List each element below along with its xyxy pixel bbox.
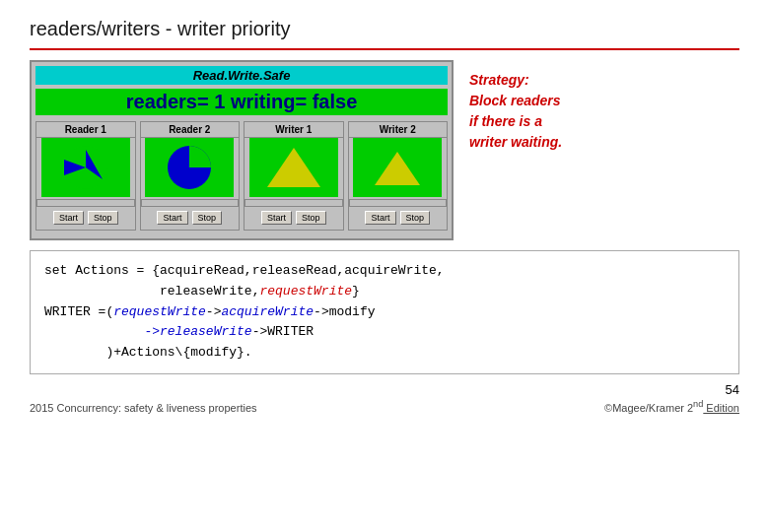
header-divider <box>30 48 739 50</box>
reader1-stop-button[interactable]: Stop <box>88 211 118 225</box>
bottom-row: 2015 Concurrency: safety & liveness prop… <box>30 382 739 414</box>
svg-marker-4 <box>267 148 320 187</box>
writer2-stop-button[interactable]: Stop <box>400 211 431 225</box>
code-line-1: set Actions = {acquireRead,releaseRead,a… <box>44 261 725 282</box>
content-area: Read.Write.Safe readers= 1 writing= fals… <box>30 60 739 240</box>
writer2-canvas <box>353 138 442 197</box>
code-box: set Actions = {acquireRead,releaseRead,a… <box>30 250 739 374</box>
footer-left: 2015 Concurrency: safety & liveness prop… <box>30 402 257 414</box>
writer1-visual <box>259 142 328 193</box>
code-line-5: )+Actions\{modify}. <box>44 343 725 364</box>
strategy-title: Strategy: <box>469 72 529 88</box>
reader2-label: Reader 2 <box>141 122 240 138</box>
writer1-label: Writer 1 <box>245 122 343 138</box>
writer1-stop-button[interactable]: Stop <box>296 211 326 225</box>
writer1-canvas <box>249 138 338 197</box>
code-line-4: ->releaseWrite->WRITER <box>44 322 725 343</box>
reader2-stop-button[interactable]: Stop <box>192 211 223 225</box>
strategy-box: Strategy: Block readersif there is awrit… <box>469 60 739 240</box>
writer1-scrollbar[interactable] <box>245 199 343 207</box>
writer2-label: Writer 2 <box>349 122 448 138</box>
writer2-scrollbar[interactable] <box>349 199 448 207</box>
reader2-start-button[interactable]: Start <box>157 211 187 225</box>
strategy-text: Strategy: Block readersif there is awrit… <box>469 70 562 153</box>
reader2-unit: Reader 2 Start Stop <box>140 121 241 231</box>
sim-header-label: Read.Write.Safe <box>35 66 448 85</box>
reader2-canvas <box>145 138 234 197</box>
svg-marker-5 <box>375 152 420 185</box>
reader1-unit: Reader 1 Start Stop <box>35 121 136 231</box>
reader1-label: Reader 1 <box>36 122 135 138</box>
writer2-buttons: Start Stop <box>349 211 448 228</box>
page-container: readers/writers - writer priority Read.W… <box>0 0 769 532</box>
page-number: 54 <box>604 382 739 397</box>
reader1-scrollbar[interactable] <box>36 199 135 207</box>
reader2-buttons: Start Stop <box>141 211 240 228</box>
writer1-start-button[interactable]: Start <box>261 211 292 225</box>
writer2-start-button[interactable]: Start <box>365 211 395 225</box>
sim-status-label: readers= 1 writing= false <box>35 89 448 115</box>
writer1-unit: Writer 1 Start Stop <box>244 121 344 231</box>
writer2-unit: Writer 2 Start Stop <box>348 121 449 231</box>
reader1-buttons: Start Stop <box>36 211 135 228</box>
writer1-buttons: Start Stop <box>245 211 343 228</box>
reader2-scrollbar[interactable] <box>141 199 240 207</box>
footer-right-area: 54 ©Magee/Kramer 2nd Edition <box>604 382 739 414</box>
reader1-canvas <box>41 138 130 197</box>
copyright-text: ©Magee/Kramer 2 <box>604 402 693 414</box>
code-line-2: releaseWrite,requestWrite} <box>44 282 725 302</box>
edition-sup: nd <box>693 399 703 409</box>
code-line-3: WRITER =(requestWrite->acquireWrite->mod… <box>44 302 725 323</box>
writer2-visual <box>363 142 432 193</box>
reader2-visual <box>155 142 224 193</box>
footer-right: ©Magee/Kramer 2nd Edition <box>604 399 739 414</box>
reader1-visual <box>51 142 120 193</box>
edition-text: Edition <box>703 402 739 414</box>
simulation-box: Read.Write.Safe readers= 1 writing= fals… <box>30 60 454 240</box>
rw-units-row: Reader 1 Start Stop <box>35 121 448 231</box>
reader1-start-button[interactable]: Start <box>53 211 84 225</box>
page-title: readers/writers - writer priority <box>30 18 739 40</box>
